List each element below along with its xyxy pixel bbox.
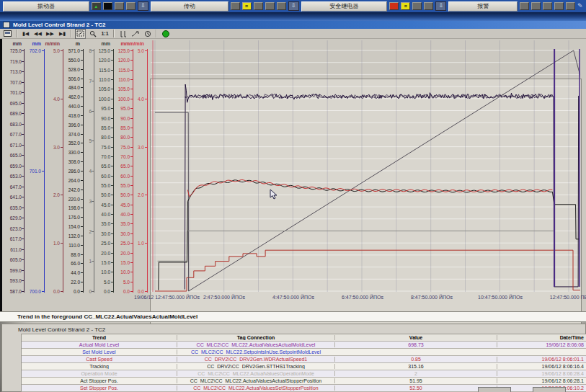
axis-tick-label: 100.0 (92, 97, 110, 102)
hmi-indicator-gray[interactable] (231, 2, 240, 10)
panel-button[interactable] (533, 387, 566, 392)
hmi-indicator-yellow[interactable]: = (401, 2, 410, 10)
axis-tick-label: 689.0 (3, 111, 22, 116)
hmi-indicator-gray[interactable] (531, 2, 541, 10)
display-options-button[interactable] (2, 29, 13, 39)
window-title-bar[interactable]: Mold Level Control Strand 2 - TC2 (0, 21, 586, 29)
axis-tick-label: 40.0 (92, 212, 110, 217)
axis-tick-label: 701.0 (22, 169, 41, 174)
axis-tick-label: 3.0 (125, 145, 144, 150)
axis-tick-label: 671.0 (3, 143, 22, 148)
ruler-button[interactable] (117, 29, 128, 39)
clock-icon (144, 30, 151, 37)
legend-row[interactable]: TrackingCC_DRV2\CC_DRV2Gen.STTHS1Trackin… (22, 363, 586, 370)
online-status-button[interactable] (160, 29, 171, 39)
tag-connection-cell: CC_MLC2\CC_MLC22.SetpointsInUse.Setpoint… (177, 349, 334, 355)
axis-tick-label: 85.0 (92, 125, 110, 130)
hmi-indicator-gray[interactable] (115, 2, 124, 10)
hmi-indicator-darkgreen[interactable]: ▲ (92, 2, 101, 10)
axis-tick-label: 120.0 (92, 58, 110, 63)
page-down-arrow-icon[interactable]: ⇩ (288, 1, 299, 11)
axis-tick-label: 198.0 (61, 205, 80, 210)
page-down-arrow-icon[interactable]: ⇩ (435, 1, 446, 11)
tag-connection-cell: CC_DRV2\CC_DRV2Gen.WDRActualSpeed1 (177, 357, 334, 362)
hmi-indicator-red[interactable] (389, 2, 399, 10)
axis-tick-label: 418.0 (61, 113, 80, 118)
axis-tick-label: 396.0 (61, 122, 80, 128)
axis-tick-label: 15.0 (111, 260, 130, 265)
axis-tick-label: 725.0 (3, 48, 22, 53)
hmi-button[interactable]: 传动 (151, 1, 228, 12)
axis-tick-label: 617.0 (3, 236, 22, 241)
time-axis-label: 4:47:50.000 ЙПОs (272, 295, 314, 300)
magnifier-icon (89, 30, 97, 37)
hmi-button[interactable]: 安全继电器 (301, 1, 388, 12)
axis-line (147, 49, 148, 293)
axis-tick-label: 641.0 (3, 195, 22, 200)
tag-connection-cell: CC_DRV2\CC_DRV2Gen.STTHS1Tracking (177, 364, 334, 369)
axis-tick-label: 30.0 (92, 231, 110, 236)
hmi-indicator-black[interactable] (103, 2, 112, 10)
axis-tick-label: 2.0 (41, 192, 60, 197)
axis-tick-label: 65.0 (111, 164, 130, 169)
legend-row[interactable]: Cast SpeedCC_DRV2\CC_DRV2Gen.WDRActualSp… (22, 356, 586, 363)
axis-tick-label: 95.0 (111, 106, 130, 111)
hmi-top-bar: 振动器▲⇩传动=⇩安全继电器=⇩报警✎ (0, 0, 586, 12)
axis-line (94, 49, 94, 293)
axis-tick-label: 528.0 (61, 67, 80, 72)
axis-tick-label: 5.0 (92, 280, 110, 285)
hmi-indicator-gray[interactable] (254, 2, 263, 10)
hmi-indicator-gray[interactable] (566, 2, 575, 10)
hmi-indicator-gray[interactable] (126, 2, 136, 10)
axis-tick-label: 90.0 (111, 116, 130, 121)
panel-button[interactable] (478, 387, 511, 392)
axis-tick-label: 683.0 (3, 122, 22, 127)
axis-tick-label: 374.0 (61, 132, 80, 137)
value-cell: 51.95 (334, 378, 497, 383)
legend-row[interactable]: Set Mold LevelCC_MLC2\CC_MLC22.Setpoints… (22, 349, 586, 356)
hmi-button[interactable]: 报警 (448, 1, 518, 12)
axis-tick-label: 105.0 (92, 86, 110, 92)
trend-name-cell: Tracking (22, 364, 177, 369)
axis-line (113, 49, 114, 293)
datetime-cell: 19/06/12 8:06:01.1 (497, 357, 585, 362)
axis-tick-label: 5 (73, 138, 92, 143)
axis-tick-label: 20.0 (92, 251, 110, 256)
hmi-indicator-gray[interactable] (412, 2, 422, 10)
hmi-indicator-yellow[interactable]: = (242, 2, 252, 10)
monitor-bezel (0, 39, 2, 313)
page-down-arrow-icon[interactable]: ⇩ (138, 1, 148, 11)
zoom-area-button[interactable] (75, 29, 86, 39)
datetime-cell: 19/06/12 8:06:28.1 (497, 378, 585, 383)
time-range-button[interactable] (142, 29, 153, 39)
hmi-button[interactable]: 振动器 (3, 1, 89, 12)
axis-unit-label: m (76, 41, 80, 46)
hmi-indicator-gray[interactable] (277, 2, 286, 10)
hmi-indicator-gray[interactable] (520, 2, 529, 10)
zoom-area-icon (76, 30, 84, 37)
one-to-one-button[interactable]: 1:1 (99, 29, 110, 39)
nav-first-button[interactable]: ▮◀ (20, 29, 31, 39)
nav-prev-button[interactable]: ◀◀ (32, 29, 43, 39)
curve-select-button[interactable] (130, 29, 141, 39)
legend-panel: Mold Level Control Strand 2 - TC2 TrendT… (1, 324, 586, 392)
hmi-indicator-gray[interactable] (424, 2, 433, 10)
axis-tick-label: 15.0 (92, 260, 110, 265)
legend-row[interactable]: Actual Mold LevelCC_MLC2\CC_MLC22.Actual… (22, 342, 586, 349)
hmi-indicator-gray[interactable] (265, 2, 275, 10)
legend-row[interactable]: Act Stopper Pos.CC_MLC2\CC_MLC22.ActualV… (22, 378, 586, 385)
axis-tick-label: 45.0 (111, 202, 130, 208)
legend-header-cell: Date/Time (497, 335, 585, 340)
hmi-indicator-gray[interactable] (554, 2, 564, 10)
axis-tick-label: 1.0 (125, 241, 144, 246)
hmi-indicator-gray[interactable] (543, 2, 552, 10)
legend-row[interactable]: Operation ModeCC_MLC2\CC_MLC22.ActualVal… (22, 370, 586, 378)
axis-tick-label: 550.0 (61, 58, 80, 63)
nav-next-button[interactable]: ▶▶ (45, 29, 56, 39)
edit-pencil-icon[interactable]: ✎ (577, 2, 586, 10)
axis-unit-label: mm (121, 41, 130, 46)
axis-tick-label: 60.0 (111, 174, 130, 179)
nav-last-button[interactable]: ▶▮ (57, 29, 68, 39)
magnifier-button[interactable] (87, 29, 98, 39)
toolbar-separator (16, 30, 17, 37)
